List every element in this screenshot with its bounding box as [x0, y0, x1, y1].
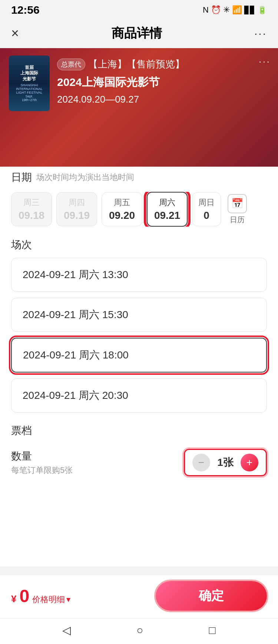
price-detail[interactable]: 价格明细 ▾ [32, 594, 70, 605]
date-day-next: 周日 [198, 197, 215, 208]
date-item-0921[interactable]: 周六 09.21 [147, 192, 188, 227]
date-num-0918: 09.18 [17, 210, 46, 221]
event-info: 总票代 【上海】【售前预览】 2024上海国际光影节 2024.09.20—09… [57, 56, 269, 105]
session-item-2030[interactable]: 2024-09-21 周六 20:30 [11, 378, 267, 413]
calendar-label: 日历 [230, 215, 245, 225]
event-date: 2024.09.20—09.27 [57, 94, 269, 105]
date-label: 日期 [11, 170, 32, 184]
confirm-button[interactable]: 确定 [156, 581, 267, 611]
price-amount: 0 [19, 586, 29, 606]
quantity-label: 数量 [11, 449, 73, 463]
signal-icon: ▊▊ [244, 6, 255, 14]
date-item-0919[interactable]: 周四 09.19 [56, 192, 97, 226]
date-row: 周三 09.18 周四 09.19 周五 09.20 周六 09.21 周日 0… [11, 192, 267, 227]
event-title: 2024上海国际光影节 [57, 74, 269, 90]
quantity-control: − 1张 + [184, 449, 267, 476]
date-section-header: 日期 场次时间均为演出当地时间 [11, 170, 267, 184]
status-bar: 12:56 N ⏰ ✳ 📶 ▊▊ 🔋 [0, 0, 278, 19]
calendar-button[interactable]: 📅 日历 [228, 194, 247, 225]
event-tag: 总票代 [57, 59, 85, 70]
quantity-hint: 每笔订单限购5张 [11, 465, 73, 476]
bluetooth-icon: ✳ [223, 5, 230, 15]
hero-banner: 首届上海国际光影节 SHANGHAIINTERNATIONALLIGHT FES… [0, 48, 278, 167]
price-section: ¥ 0 价格明细 ▾ [11, 586, 70, 606]
session-item-1530[interactable]: 2024-09-21 周六 15:30 [11, 298, 267, 332]
nfc-icon: N [203, 5, 209, 15]
quantity-value: 1张 [216, 456, 235, 470]
date-num-0919: 09.19 [63, 210, 91, 221]
session-item-1800[interactable]: 2024-09-21 周六 18:00 [11, 338, 267, 373]
quantity-label-group: 数量 每笔订单限购5张 [11, 449, 73, 476]
alarm-icon: ⏰ [211, 5, 221, 15]
bottom-bar: ¥ 0 价格明细 ▾ 确定 [0, 575, 278, 622]
price-arrow: ▾ [66, 595, 70, 604]
hero-more-button[interactable]: ··· [259, 56, 271, 67]
date-hint: 场次时间均为演出当地时间 [36, 172, 134, 183]
ticket-label: 票档 [11, 424, 267, 438]
quantity-row: 数量 每笔订单限购5张 − 1张 + [11, 445, 267, 480]
quantity-decrease-button[interactable]: − [192, 454, 210, 471]
session-item-1330[interactable]: 2024-09-21 周六 13:30 [11, 258, 267, 292]
close-button[interactable]: × [11, 26, 19, 41]
system-nav-bar: ◁ ○ □ [0, 618, 278, 644]
date-day-0919: 周四 [63, 197, 91, 208]
main-card: 日期 场次时间均为演出当地时间 周三 09.18 周四 09.19 周五 09.… [0, 159, 278, 567]
recent-button[interactable]: □ [209, 624, 215, 637]
date-day-0920: 周五 [108, 197, 136, 208]
status-time: 12:56 [11, 4, 40, 16]
status-icons: N ⏰ ✳ 📶 ▊▊ 🔋 [203, 5, 267, 15]
quantity-increase-button[interactable]: + [241, 454, 258, 471]
home-button[interactable]: ○ [136, 624, 143, 637]
page-title: 商品详情 [112, 25, 162, 42]
date-item-next[interactable]: 周日 0 [192, 192, 221, 226]
date-num-0920: 09.20 [108, 210, 136, 221]
date-num-0921: 09.21 [153, 210, 181, 221]
poster-sub: SHANGHAIINTERNATIONALLIGHT FESTIVALSept.… [16, 83, 42, 102]
date-item-0918[interactable]: 周三 09.18 [11, 192, 52, 226]
event-poster: 首届上海国际光影节 SHANGHAIINTERNATIONALLIGHT FES… [9, 56, 50, 111]
calendar-icon: 📅 [228, 194, 247, 213]
date-num-next: 0 [198, 210, 215, 221]
event-bracket: 【上海】【售前预览】 [88, 58, 185, 71]
price-currency: ¥ [11, 593, 16, 605]
wifi-icon: 📶 [232, 5, 242, 15]
ticket-section: 票档 数量 每笔订单限购5张 − 1张 + [11, 424, 267, 480]
date-item-0920[interactable]: 周五 09.20 [102, 192, 142, 226]
nav-bar: × 商品详情 ··· [0, 19, 278, 48]
date-day-0921: 周六 [153, 197, 181, 208]
more-button[interactable]: ··· [254, 27, 267, 40]
session-label: 场次 [11, 238, 267, 252]
back-button[interactable]: ◁ [62, 624, 71, 637]
date-day-0918: 周三 [17, 197, 46, 208]
battery-icon: 🔋 [258, 6, 267, 14]
poster-title: 首届上海国际光影节 [20, 65, 38, 82]
